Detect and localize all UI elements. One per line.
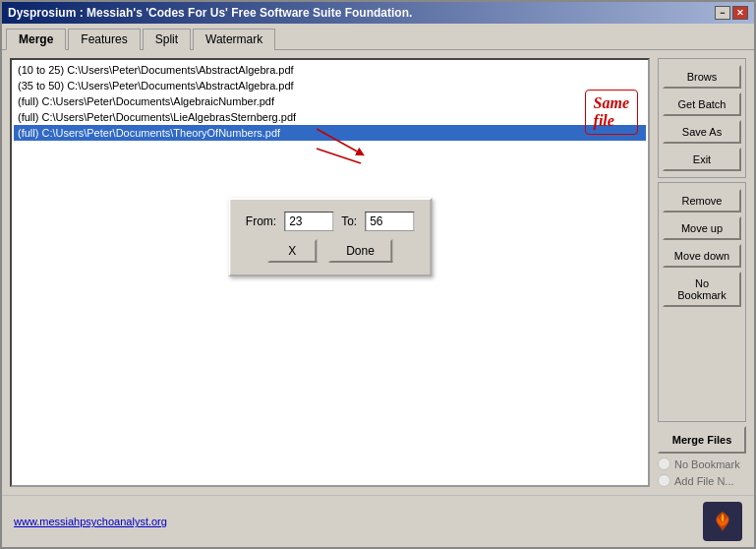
minimize-button[interactable]: − [715,6,730,20]
main-window: Dysprosium : Messiah's 'Codes For Us' Fr… [0,0,756,549]
add-file-radio-label: Add File N... [674,475,734,487]
footer: www.messiahpsychoanalyst.org [2,495,754,547]
tab-features[interactable]: Features [68,29,140,50]
move-up-button[interactable]: Move up [663,216,741,240]
merge-files-button[interactable]: Merge Files [658,426,746,454]
main-panel: (10 to 25) C:\Users\Peter\Documents\Abst… [10,58,650,487]
to-input[interactable] [365,212,414,231]
range-buttons: X Done [267,239,392,263]
list-actions-group: Remove Move up Move down No Bookmark [658,182,746,422]
no-bookmark-radio: No Bookmark [658,458,746,470]
cancel-button[interactable]: X [267,239,317,263]
done-button[interactable]: Done [328,239,392,263]
from-input[interactable] [284,212,333,231]
footer-link[interactable]: www.messiahpsychoanalyst.org [14,516,167,527]
side-panel: Brows Get Batch Save As Exit Remove Move… [658,58,746,487]
content-area: (10 to 25) C:\Users\Peter\Documents\Abst… [2,50,754,495]
brows-button[interactable]: Brows [663,65,741,89]
list-item[interactable]: (full) C:\Users\Peter\Documents\LieAlgeb… [14,109,646,125]
to-label: To: [341,214,357,228]
tab-merge[interactable]: Merge [6,29,66,50]
range-dialog: From: To: X Done [228,198,432,276]
no-bookmark-radio-input[interactable] [658,458,670,470]
tab-split[interactable]: Split [143,29,191,50]
tab-bar: Merge Features Split Watermark [2,24,754,50]
tab-watermark[interactable]: Watermark [193,29,275,50]
close-button[interactable]: ✕ [732,6,748,20]
footer-logo [703,502,742,541]
get-batch-button[interactable]: Get Batch [663,92,741,116]
title-bar: Dysprosium : Messiah's 'Codes For Us' Fr… [2,2,754,24]
save-as-button[interactable]: Save As [663,120,741,144]
list-item[interactable]: (35 to 50) C:\Users\Peter\Documents\Abst… [14,78,646,93]
range-row: From: To: [246,212,414,231]
list-item[interactable]: (10 to 25) C:\Users\Peter\Documents\Abst… [14,62,646,78]
add-file-radio: Add File N... [658,474,746,487]
no-bookmark-button[interactable]: No Bookmark [663,272,741,307]
from-label: From: [246,214,276,228]
list-item[interactable]: (full) C:\Users\Peter\Documents\Algebrai… [14,93,646,109]
add-file-radio-input[interactable] [658,474,670,487]
move-down-button[interactable]: Move down [663,244,741,268]
window-controls: − ✕ [715,6,748,20]
no-bookmark-radio-label: No Bookmark [674,458,740,470]
phoenix-icon [708,507,737,536]
window-title: Dysprosium : Messiah's 'Codes For Us' Fr… [8,6,412,20]
exit-button[interactable]: Exit [663,148,741,171]
list-item-selected[interactable]: (full) C:\Users\Peter\Documents\TheoryOf… [14,125,646,141]
remove-button[interactable]: Remove [663,189,741,213]
file-actions-group: Brows Get Batch Save As Exit [658,58,746,178]
